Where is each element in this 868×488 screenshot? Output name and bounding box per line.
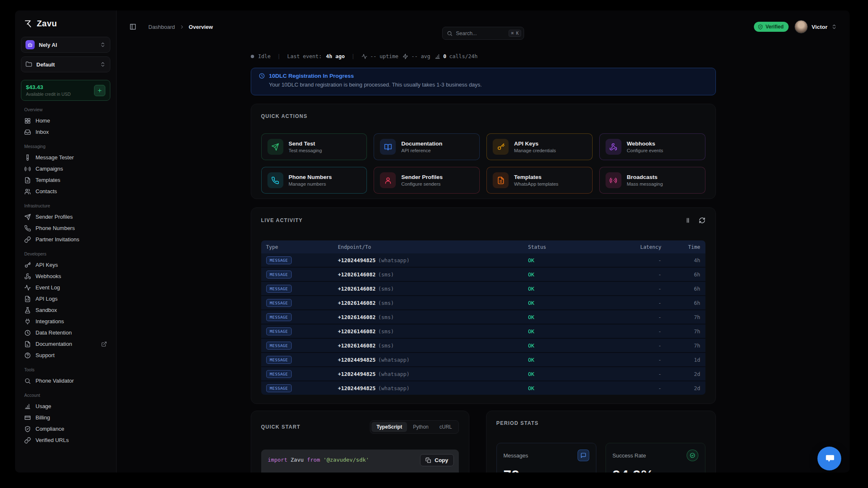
language-tabs: TypeScript Python cURL (370, 420, 459, 434)
send-icon (267, 139, 283, 155)
topbar-right: Verified Victor (754, 20, 837, 33)
quick-actions-title: QUICK ACTIONS (261, 113, 705, 119)
tab-typescript[interactable]: TypeScript (372, 422, 407, 432)
table-row[interactable]: MESSAGE+12026146082(sms)OK-6h (261, 281, 705, 295)
table-row[interactable]: MESSAGE+12026146082(sms)OK-6h (261, 295, 705, 309)
last-event-label: Last event: (287, 53, 322, 59)
sidebar-item-partner-invitations[interactable]: Partner Invitations (21, 234, 110, 245)
user-menu[interactable]: Victor (794, 20, 837, 33)
10dlc-banner: 10DLC Registration In Progress Your 10DL… (251, 68, 716, 95)
content-column: Idle | Last event: 4h ago | -- uptime --… (251, 53, 716, 473)
main-area: Dashboard Overview Search... ⌘ K Verifie… (117, 10, 850, 473)
quick-action-webhooks[interactable]: WebhooksConfigure events (599, 133, 705, 160)
sidebar-item-webhooks[interactable]: Webhooks (21, 271, 110, 282)
table-row[interactable]: MESSAGE+12024494825(whatsapp)OK-2d (261, 381, 705, 395)
sidebar-item-data-retention[interactable]: Data Retention (21, 327, 110, 338)
verified-label: Verified (766, 24, 784, 30)
chat-widget-button[interactable] (817, 447, 841, 470)
sidebar-item-integrations[interactable]: Integrations (21, 316, 110, 327)
success-rate-value: 94.9% (613, 467, 698, 473)
messages-value: 79 (504, 467, 589, 473)
sidebar-item-phone-numbers[interactable]: Phone Numbers (21, 222, 110, 234)
quick-action-templates[interactable]: TemplatesWhatsApp templates (486, 167, 593, 194)
inbox-icon (24, 129, 31, 135)
code-block: import Zavu from '@zavudev/sdk' const za… (261, 450, 459, 473)
sidebar-item-compliance[interactable]: Compliance (21, 423, 110, 434)
avatar (794, 20, 808, 33)
sidebar-nav: Overview Home Inbox Messaging Message Te… (21, 107, 110, 446)
credit-balance-card: $43.43 Available credit in USD (21, 80, 110, 101)
table-row[interactable]: MESSAGE+12026146082(sms)OK-7h (261, 338, 705, 352)
add-credit-button[interactable] (94, 85, 105, 96)
quick-action-documentation[interactable]: DocumentationAPI reference (374, 133, 480, 160)
project-selector[interactable]: Default (21, 56, 110, 72)
quick-action-broadcasts[interactable]: BroadcastsMass messaging (599, 167, 705, 194)
quick-start-panel: QUICK START TypeScript Python cURL impor… (251, 411, 469, 473)
sidebar-item-phone-validator[interactable]: Phone Validator (21, 375, 110, 386)
sidebar-item-api-keys[interactable]: API Keys (21, 259, 110, 271)
quick-action-api-keys[interactable]: API KeysManage credentials (486, 133, 593, 160)
paper-plane-icon (24, 214, 31, 220)
table-row[interactable]: MESSAGE+12026146082(sms)OK-7h (261, 309, 705, 324)
tab-python[interactable]: Python (408, 422, 433, 432)
sidebar-item-contacts[interactable]: Contacts (21, 186, 110, 197)
sidebar-item-sender-profiles[interactable]: Sender Profiles (21, 211, 110, 222)
sidebar-item-event-log[interactable]: Event Log (21, 282, 110, 293)
external-link-icon (101, 341, 107, 347)
search-input[interactable]: Search... ⌘ K (442, 27, 524, 40)
sidebar-item-message-tester[interactable]: Message Tester (21, 152, 110, 163)
tab-curl[interactable]: cURL (434, 422, 457, 432)
search-icon (447, 31, 453, 36)
quick-action-sender-profiles[interactable]: Sender ProfilesConfigure senders (374, 167, 480, 194)
quick-action-send-test[interactable]: Send TestTest messaging (261, 133, 367, 160)
sidebar-item-api-logs[interactable]: API Logs (21, 293, 110, 304)
stat-card-messages: Messages 79 (496, 443, 596, 473)
app-window: Zavu Nely AI Default $43.43 Available cr… (15, 10, 850, 473)
pause-icon[interactable] (685, 217, 691, 224)
table-row[interactable]: MESSAGE+12024494825(whatsapp)OK-1d (261, 352, 705, 366)
breadcrumb-dashboard[interactable]: Dashboard (148, 24, 175, 30)
code-line-2: const zavu = new Zavu({ apiKey: 'YOUR_AP… (268, 471, 452, 473)
sidebar-item-inbox[interactable]: Inbox (21, 126, 110, 138)
sidebar-item-campaigns[interactable]: Campaigns (21, 163, 110, 174)
nav-section-infrastructure: Infrastructure (24, 203, 107, 208)
broadcast-icon (606, 172, 621, 188)
sidebar-item-support[interactable]: Support (21, 350, 110, 361)
file-icon (24, 341, 31, 347)
book-icon (380, 139, 396, 155)
banner-title: 10DLC Registration In Progress (269, 73, 354, 79)
flask-icon (24, 307, 31, 314)
chevrons-up-down-icon (100, 42, 106, 48)
table-row[interactable]: MESSAGE+12026146082(sms)OK-6h (261, 267, 705, 281)
sidebar-item-billing[interactable]: Billing (21, 412, 110, 423)
table-row[interactable]: MESSAGE+12024494825(whatsapp)OK-4h (261, 253, 705, 267)
project-name: Default (36, 61, 96, 68)
sidebar-item-verified-urls[interactable]: Verified URLs (21, 434, 110, 446)
sidebar-item-templates[interactable]: Templates (21, 174, 110, 186)
quick-actions-panel: QUICK ACTIONS Send TestTest messaging Do… (251, 104, 716, 199)
folder-icon (25, 61, 32, 68)
sidebar-toggle-icon[interactable] (129, 23, 137, 31)
sidebar-item-documentation[interactable]: Documentation (21, 338, 110, 350)
workspace-selector[interactable]: Nely AI (21, 37, 110, 53)
quick-action-phone-numbers[interactable]: Phone NumbersManage numbers (261, 167, 367, 194)
table-row[interactable]: MESSAGE+12024494825(whatsapp)OK-2d (261, 366, 705, 381)
clock-icon (259, 73, 265, 79)
table-header: Type Endpoint/To Status Latency Time (261, 240, 705, 253)
refresh-icon[interactable] (699, 217, 705, 224)
webhook-icon (24, 273, 31, 280)
pulse-icon (361, 54, 367, 59)
nav-section-developers: Developers (24, 251, 107, 256)
sidebar-item-sandbox[interactable]: Sandbox (21, 304, 110, 316)
copy-button[interactable]: Copy (420, 454, 454, 466)
sidebar-item-usage[interactable]: Usage (21, 401, 110, 412)
status-separator: | (275, 53, 283, 59)
search-placeholder: Search... (456, 31, 505, 36)
users-icon (24, 188, 31, 195)
chevron-right-icon (179, 24, 185, 30)
copy-icon (425, 457, 431, 463)
sidebar-item-home[interactable]: Home (21, 115, 110, 126)
live-activity-table: Type Endpoint/To Status Latency Time MES… (261, 240, 705, 395)
zap-icon (402, 54, 408, 59)
table-row[interactable]: MESSAGE+12026146082(sms)OK-7h (261, 324, 705, 338)
